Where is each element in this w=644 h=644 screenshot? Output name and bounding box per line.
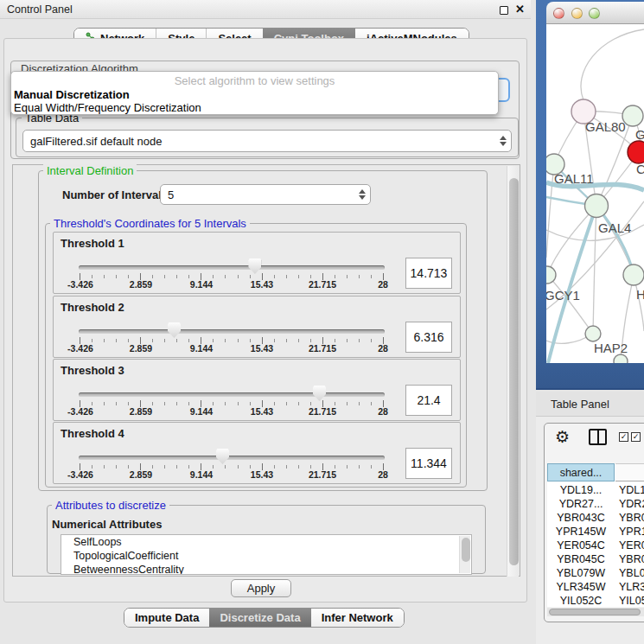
thresholds-group-title: Threshold's Coordinates for 5 Intervals — [50, 217, 250, 230]
menu-item-equal-width-frequency[interactable]: Equal Width/Frequency Discretization — [14, 101, 201, 114]
tab-infer-network-label: Infer Network — [322, 611, 393, 624]
table-row[interactable]: YER054CYER054C — [547, 539, 644, 553]
minimize-traffic-light[interactable] — [571, 8, 583, 19]
axis-tick-label: -3.426 — [54, 406, 106, 417]
tab-impute-data[interactable]: Impute Data — [124, 609, 209, 627]
attributes-group-title: Attributes to discretize — [52, 499, 169, 512]
node-label-cut-h[interactable]: H — [636, 287, 644, 302]
close-traffic-light[interactable] — [553, 8, 564, 19]
threshold-3-value-field[interactable]: 21.4 — [405, 385, 452, 416]
cell: YPR145W — [547, 525, 615, 539]
close-icon[interactable]: ✕ — [515, 3, 525, 16]
cell: YDL19... — [547, 483, 615, 498]
table-row[interactable]: YBR045CYBR045C — [547, 552, 644, 567]
table-row[interactable]: YDL19...YDL19... — [547, 483, 644, 498]
list-item[interactable]: BetweennessCentrality — [61, 563, 471, 575]
axis-tick-label: 28 — [357, 343, 409, 354]
table-row[interactable]: YBL079WYBL079W — [547, 566, 644, 581]
node-label-gcy1[interactable]: GCY1 — [546, 288, 580, 303]
column-header-shared-name[interactable]: shared... — [547, 463, 615, 481]
cell: YLR345W — [547, 580, 615, 595]
cell: YBL079W — [547, 566, 615, 581]
table-row[interactable]: YDR27...YDR27... — [547, 497, 644, 512]
list-scrollbar-thumb[interactable] — [462, 538, 470, 562]
combo-stepper-icon — [354, 189, 370, 200]
threshold-3-slider-handle[interactable] — [313, 386, 326, 401]
float-window-icon[interactable] — [500, 6, 508, 15]
list-scrollbar[interactable] — [459, 536, 470, 573]
table-horizontal-scrollbar[interactable] — [547, 608, 644, 616]
table-row[interactable]: YIL052CYIL052C — [547, 594, 644, 607]
threshold-1-slider-handle[interactable] — [248, 258, 261, 274]
threshold-2-slider-track[interactable] — [79, 329, 385, 334]
axis-tick-label: 21.715 — [296, 343, 348, 354]
table-row[interactable]: YLR345WYLR345W — [547, 580, 644, 595]
node-label-hap2[interactable]: HAP2 — [594, 341, 628, 355]
cell: YBR045C — [547, 552, 615, 567]
tab-discretize-data[interactable]: Discretize Data — [209, 609, 310, 627]
checkbox-icon[interactable]: ✓ — [619, 432, 628, 442]
axis-tick-label: 2.859 — [115, 406, 167, 417]
threshold-3-slider-track[interactable] — [79, 392, 385, 397]
cell: YBL079W — [619, 566, 644, 581]
number-of-intervals-combobox[interactable]: 5 — [160, 184, 371, 205]
axis-tick-label: 9.144 — [175, 343, 227, 354]
numerical-attributes-list[interactable]: SelfLoops TopologicalCoefficient Between… — [61, 534, 472, 575]
node-label-gal4[interactable]: GAL4 — [598, 220, 631, 235]
vertical-scrollbar-thumb[interactable] — [509, 178, 519, 565]
gear-icon[interactable]: ⚙ — [555, 427, 570, 447]
node-label-gal80[interactable]: GAL80 — [585, 119, 626, 134]
cell: YBR043C — [619, 511, 644, 526]
axis-tick-label: 2.859 — [115, 279, 167, 290]
tab-infer-network[interactable]: Infer Network — [311, 609, 404, 627]
threshold-4-value-field[interactable]: 11.344 — [405, 448, 452, 479]
cell: YDL19... — [619, 483, 644, 498]
threshold-1-slider-track[interactable] — [79, 265, 385, 270]
table-row[interactable]: YBR043CYBR043C — [547, 511, 644, 526]
network-window-titlebar[interactable] — [546, 2, 644, 24]
column-header-name[interactable]: name — [615, 463, 644, 481]
axis-tick-label: -3.426 — [54, 343, 106, 354]
axis-tick-label: -3.426 — [54, 469, 106, 480]
threshold-2-value-field[interactable]: 6.316 — [405, 322, 452, 353]
axis-tick-label: 9.144 — [175, 279, 227, 290]
node-table[interactable]: shared... name YDL19...YDL19... YDR27...… — [547, 463, 644, 607]
threshold-4-slider-handle[interactable] — [216, 449, 229, 464]
table-row[interactable]: YPR145WYPR145W — [547, 525, 644, 539]
axis-tick-label: 15.43 — [236, 279, 288, 290]
zoom-traffic-light[interactable] — [589, 8, 600, 19]
threshold-4-slider-track[interactable] — [79, 456, 385, 460]
number-of-intervals-value: 5 — [161, 188, 354, 201]
list-item[interactable]: TopologicalCoefficient — [61, 549, 471, 563]
cell: YBR045C — [619, 552, 644, 567]
cell: YIL052C — [619, 594, 644, 607]
table-horizontal-scrollbar-thumb[interactable] — [549, 609, 641, 615]
apply-button[interactable]: Apply — [231, 579, 291, 597]
cell: YER054C — [547, 539, 615, 553]
node-label-gal11[interactable]: GAL11 — [554, 171, 594, 186]
cell: YER054C — [619, 539, 644, 553]
slider-axis-labels: -3.426 2.859 9.144 15.43 21.715 28 — [54, 343, 435, 354]
screen: Control Panel ✕ Network Style Select Cyn… — [0, 0, 644, 644]
table-panel-title: Table Panel — [551, 398, 609, 411]
axis-tick-label: 28 — [357, 469, 409, 480]
table-data-combobox[interactable]: galFiltered.sif default node — [22, 130, 512, 152]
menu-item-manual-discretization[interactable]: Manual Discretization — [14, 88, 130, 101]
axis-tick-label: 21.715 — [296, 279, 348, 290]
threshold-2-label: Threshold 2 — [61, 301, 124, 314]
checkbox-icon[interactable]: ✓ — [631, 432, 641, 442]
list-item[interactable]: SelfLoops — [61, 535, 471, 549]
axis-tick-label: 2.859 — [115, 343, 167, 354]
axis-tick-label: 28 — [357, 279, 409, 290]
network-canvas[interactable]: GAL80 GA C GAL11 GAL4 GCY1 H HAP2 — [546, 24, 644, 363]
vertical-scrollbar[interactable] — [507, 166, 519, 577]
cell: YDR27... — [547, 497, 615, 512]
threshold-2-slider-handle[interactable] — [168, 322, 181, 338]
axis-tick-label: 9.144 — [175, 406, 227, 417]
threshold-1-value-field[interactable]: 14.713 — [405, 258, 452, 289]
axis-tick-label: 9.144 — [175, 469, 227, 480]
node-label-cut-red[interactable]: C — [636, 162, 644, 176]
column-layout-icon[interactable] — [589, 429, 607, 445]
node-label-cut-top-right[interactable]: GA — [635, 127, 644, 142]
control-panel-titlebar — [0, 0, 531, 19]
